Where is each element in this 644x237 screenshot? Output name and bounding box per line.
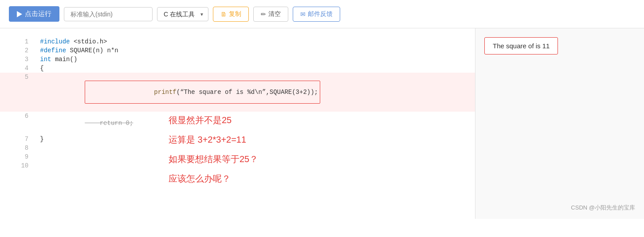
- line-num: 8: [0, 144, 35, 152]
- strikethrough-code: return 0;: [85, 120, 133, 127]
- line-num: 5: [0, 73, 35, 112]
- line-num: 6: [0, 112, 35, 135]
- lang-select[interactable]: C 在线工具: [157, 7, 208, 21]
- email-icon: ✉: [300, 11, 306, 18]
- line-code: #include <stdio.h>: [35, 37, 475, 46]
- code-annotation: 很显然并不是25 运算是 3+2*3+2=11 如果要想结果等于25？ 应该怎么…: [169, 108, 258, 186]
- code-line-1: 1 #include <stdio.h>: [0, 37, 475, 46]
- annotation-line3: 如果要想结果等于25？: [169, 152, 258, 167]
- output-box: The square of is 11: [484, 37, 558, 54]
- copy-icon: 🗎: [220, 11, 227, 18]
- stdin-input[interactable]: [64, 7, 153, 21]
- annotation-line1: 很显然并不是25: [169, 113, 258, 128]
- highlight-region: printf(“The square of is %d\n”,SQUARE(3+…: [85, 81, 320, 104]
- line-num: 4: [0, 64, 35, 73]
- code-editor[interactable]: 1 #include <stdio.h> 2 #define SQUARE(n)…: [0, 28, 475, 219]
- code-line-2: 2 #define SQUARE(n) n*n: [0, 46, 475, 55]
- line-code: {: [35, 64, 475, 73]
- line-num: 7: [0, 135, 35, 144]
- code-line-4: 4 {: [0, 64, 475, 73]
- run-icon: [17, 11, 22, 17]
- right-panel: The square of is 11 CSDN @小阳先生的宝库: [475, 28, 644, 219]
- csdn-credit: CSDN @小阳先生的宝库: [571, 204, 635, 212]
- annotation-line4: 应该怎么办呢？: [169, 171, 258, 186]
- line-code: int main(): [35, 55, 475, 64]
- line-num: 1: [0, 37, 35, 46]
- output-text: The square of is 11: [493, 42, 550, 50]
- email-button[interactable]: ✉ 邮件反馈: [293, 7, 340, 22]
- run-button[interactable]: 点击运行: [9, 6, 59, 22]
- code-line-3: 3 int main(): [0, 55, 475, 64]
- toolbar: 点击运行 C 在线工具 🗎 复制 ✏ 清空 ✉ 邮件反馈: [0, 0, 644, 28]
- clear-icon: ✏: [261, 11, 266, 18]
- line-code: printf(“The square of is %d\n”,SQUARE(3+…: [35, 73, 475, 112]
- line-num: 9: [0, 152, 35, 161]
- annotation-line2: 运算是 3+2*3+2=11: [169, 132, 258, 147]
- copy-button[interactable]: 🗎 复制: [213, 7, 249, 22]
- code-line-5: 5 printf(“The square of is %d\n”,SQUARE(…: [0, 73, 475, 112]
- line-num: 3: [0, 55, 35, 64]
- line-code: #define SQUARE(n) n*n: [35, 46, 475, 55]
- line-num: 10: [0, 161, 35, 170]
- line-num: 2: [0, 46, 35, 55]
- clear-label: 清空: [268, 10, 281, 18]
- lang-select-wrapper: C 在线工具: [157, 7, 208, 21]
- run-label: 点击运行: [25, 10, 51, 18]
- copy-label: 复制: [229, 10, 241, 18]
- email-label: 邮件反馈: [308, 10, 333, 18]
- clear-button[interactable]: ✏ 清空: [253, 7, 288, 22]
- main-area: 1 #include <stdio.h> 2 #define SQUARE(n)…: [0, 28, 644, 219]
